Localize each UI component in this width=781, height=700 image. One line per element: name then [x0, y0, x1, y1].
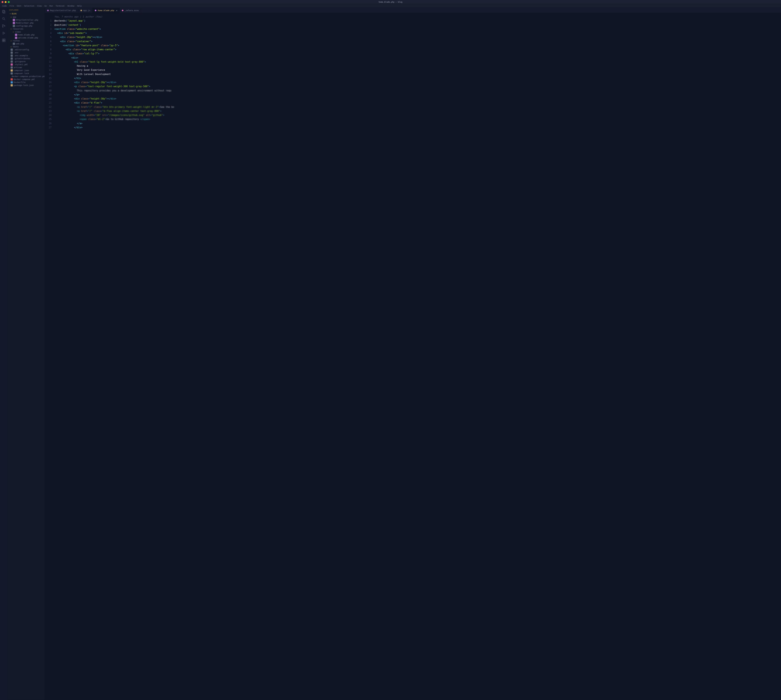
- explorer-icon[interactable]: [2, 10, 6, 13]
- line-gutter: 1234567891011121314151617181920212223242…: [45, 13, 54, 700]
- menu-selection[interactable]: Selection: [24, 5, 34, 7]
- chevron-down-icon: ▾: [10, 12, 11, 15]
- chevron-right-icon: ▸: [11, 40, 12, 42]
- file-row[interactable]: Models/User.php: [8, 22, 44, 24]
- menu-run[interactable]: Run: [50, 5, 53, 7]
- code-line[interactable]: <div class="container">: [54, 39, 781, 43]
- code-line[interactable]: <div class="height-20p"></div>: [54, 80, 781, 84]
- menu-file[interactable]: File: [10, 5, 14, 7]
- file-row[interactable]: composer.json: [8, 69, 44, 72]
- code-line[interactable]: This repository provides you a developme…: [54, 88, 781, 93]
- code-line[interactable]: <section id="feature-post" class="py-5">: [54, 43, 781, 48]
- folder-row[interactable]: ▸routes: [8, 39, 44, 42]
- menu-terminal[interactable]: Terminal: [56, 5, 65, 7]
- file-row[interactable]: artisan: [8, 66, 44, 69]
- code-line[interactable]: @extends('layout.app'): [54, 19, 781, 23]
- code-editor[interactable]: 1234567891011121314151617181920212223242…: [45, 13, 781, 700]
- file-row[interactable]: web.php: [8, 42, 44, 45]
- code-line[interactable]: Having a: [54, 64, 781, 68]
- menu-view[interactable]: View: [37, 5, 42, 7]
- code-line[interactable]: <div class="row align-items-center">: [54, 48, 781, 52]
- folder-row[interactable]: ▸app: [8, 15, 44, 18]
- code-line[interactable]: <img width="20" src="/images/icons/githu…: [54, 113, 781, 117]
- file-row[interactable]: composer.lock: [8, 72, 44, 75]
- menu-go[interactable]: Go: [45, 5, 47, 7]
- code-line[interactable]: <div class="height-20p"></div>: [54, 35, 781, 39]
- code-line[interactable]: <div>: [54, 56, 781, 60]
- code-line[interactable]: <a href="/" class="d-flex align-items-ce…: [54, 109, 781, 113]
- code-line[interactable]: <a href="/" class="btn btn-primary font-…: [54, 105, 781, 109]
- menu-help[interactable]: Help: [77, 5, 82, 7]
- titlebar: home.blade.php — blog: [0, 0, 781, 4]
- file-row[interactable]: Dockerfile: [8, 81, 44, 84]
- file-icon: [11, 63, 13, 66]
- window-title: home.blade.php — blog: [379, 1, 402, 3]
- file-row[interactable]: config/app.php: [8, 24, 44, 27]
- code-line[interactable]: <div id="sub-header">: [54, 31, 781, 35]
- file-row[interactable]: .env.example: [8, 54, 44, 57]
- file-label: app: [13, 16, 17, 18]
- file-row[interactable]: .styleci.yml: [8, 63, 44, 66]
- tab-app-js[interactable]: app.js: [78, 8, 93, 13]
- file-icon: [11, 55, 13, 57]
- code-line[interactable]: </p>: [54, 93, 781, 97]
- folder-row[interactable]: ▸resources: [8, 27, 44, 30]
- file-row[interactable]: .editorconfig: [8, 48, 44, 51]
- file-row[interactable]: home.blade.php: [8, 33, 44, 36]
- file-row[interactable]: docker-compose.production.yml: [8, 75, 44, 78]
- extensions-icon[interactable]: [2, 38, 6, 42]
- file-label: tests: [13, 45, 19, 48]
- project-name: BLOG: [12, 12, 17, 15]
- file-row[interactable]: .gitignore: [8, 60, 44, 63]
- minimize-icon[interactable]: [5, 1, 7, 3]
- file-icon: [15, 34, 17, 36]
- code-line[interactable]: @section('content'): [54, 23, 781, 27]
- code-line[interactable]: <h1 class="text-lg font-weight-bold text…: [54, 60, 781, 64]
- svg-rect-0: [2, 10, 4, 13]
- close-icon[interactable]: ×: [116, 9, 117, 12]
- file-label: .styleci.yml: [14, 63, 28, 66]
- code-line[interactable]: </a>: [54, 122, 781, 125]
- window-controls: [2, 1, 10, 3]
- maximize-icon[interactable]: [8, 1, 10, 3]
- code-line[interactable]: <span class="ml-2">Go to GitHub reposito…: [54, 117, 781, 121]
- code-line[interactable]: </h1>: [54, 76, 781, 80]
- file-row[interactable]: docker-compose.yml: [8, 78, 44, 81]
- file-label: home.blade.php: [18, 33, 35, 36]
- file-icon: [11, 69, 13, 72]
- file-icon: [11, 78, 13, 80]
- file-icon: [11, 67, 13, 68]
- project-root[interactable]: ▾ BLOG: [7, 12, 45, 15]
- close-icon[interactable]: [2, 1, 3, 3]
- git-icon[interactable]: [2, 24, 6, 28]
- code-area[interactable]: You, 7 months ago | 1 author (You)@exten…: [54, 13, 781, 700]
- code-line[interactable]: <div class="d-flex">: [54, 101, 781, 105]
- file-row[interactable]: package-lock.json: [8, 84, 44, 87]
- menu-window[interactable]: Window: [68, 5, 74, 7]
- file-row[interactable]: .env: [8, 51, 44, 54]
- code-line[interactable]: <div class="col-lg-7">: [54, 52, 781, 56]
- tab--colors-scss[interactable]: _colors.scss: [120, 8, 141, 13]
- code-line[interactable]: Very Good Experience: [54, 68, 781, 72]
- file-icon: [11, 84, 13, 87]
- file-row[interactable]: welcome.blade.php: [8, 36, 44, 39]
- code-line[interactable]: With Laravel Development: [54, 72, 781, 76]
- debug-icon[interactable]: [2, 31, 6, 35]
- file-row[interactable]: Http/Controller.php: [8, 18, 44, 22]
- file-icon: [15, 37, 17, 39]
- code-line[interactable]: <div class="height-30p"></div>: [54, 97, 781, 101]
- tab-registercontroller-php[interactable]: RegisterController.php: [45, 8, 78, 13]
- folder-row[interactable]: ▸views: [8, 30, 44, 33]
- menu-edit[interactable]: Edit: [17, 5, 22, 7]
- code-line[interactable]: <section class="website-content">: [54, 27, 781, 31]
- tab-home-blade-php[interactable]: home.blade.php×: [93, 8, 120, 13]
- svg-rect-8: [2, 39, 3, 40]
- code-line[interactable]: </div>: [54, 125, 781, 130]
- menu-code[interactable]: Code: [2, 5, 7, 7]
- search-icon[interactable]: [2, 17, 6, 21]
- code-line[interactable]: <p class="text-regular font-weight-300 t…: [54, 84, 781, 88]
- file-label: docker-compose.production.yml: [12, 75, 45, 78]
- folder-row[interactable]: ▸tests: [8, 45, 44, 48]
- file-label: welcome.blade.php: [18, 37, 38, 39]
- file-row[interactable]: .gitattributes: [8, 57, 44, 60]
